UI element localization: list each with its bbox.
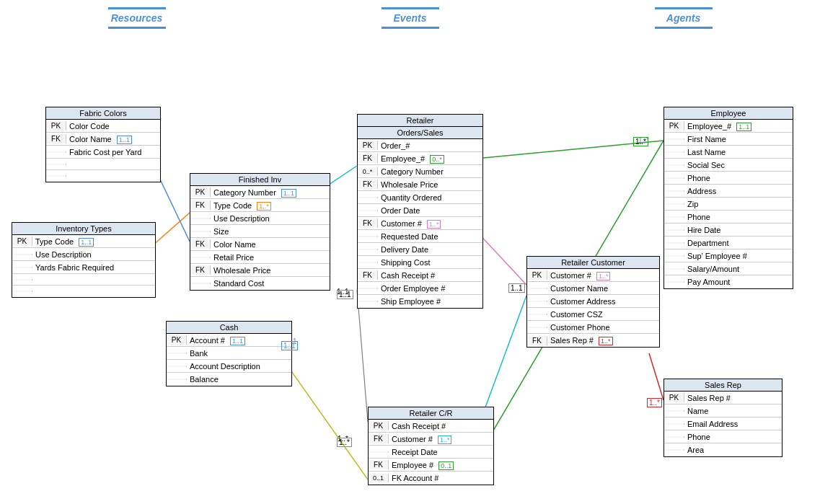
agents-bar-top <box>655 7 713 9</box>
shipping-cost-field: Shipping Cost <box>378 257 482 268</box>
retailer-orders-row-order: PK Order_# <box>358 139 482 152</box>
pk-label: PK <box>46 121 66 131</box>
retailer-customer-row-name: Customer Name <box>527 282 659 295</box>
colorname-badge: 1..1 <box>117 136 132 144</box>
finished-inv-row-typecode: FK Type Code 1..* <box>190 199 330 212</box>
customer-badge: 1..* <box>427 220 441 229</box>
retailer-orders-row-wholesale: FK Wholesale Price <box>358 178 482 191</box>
pk-label: PK <box>190 187 211 197</box>
retailer-orders-row-orderdate: Order Date <box>358 204 482 217</box>
employee-row-payamount: Pay Amount <box>664 275 793 288</box>
salesrep-badge: 1..* <box>599 337 613 345</box>
account-badge: 1..1 <box>230 337 245 345</box>
finished-inv-row-colorname: FK Color Name <box>190 238 330 251</box>
fk-label: FK <box>190 200 211 210</box>
retailer-orders-row-customer: FK Customer # 1..* <box>358 217 482 230</box>
fk-label: FK <box>369 434 389 443</box>
cash-row-account: PK Account # 1..1 <box>167 334 291 347</box>
retailer-cr-entity: Retailer C/R PK Cash Receipt # FK Custom… <box>368 407 494 485</box>
cash-receipt-field: Cash Receipt # <box>378 270 482 280</box>
phone-field2: Phone <box>684 212 793 222</box>
area-field: Area <box>684 445 782 455</box>
retailer-cr-row-account: 0..1 FK Account # <box>369 472 493 485</box>
inventory-types-header: Inventory Types <box>12 223 155 235</box>
category-num-field2: Category Number <box>378 167 482 177</box>
retailer-orders-header: Retailer <box>358 115 482 127</box>
catnum-badge: 1..1 <box>281 189 296 198</box>
cash-row-accountdesc: Account Description <box>167 360 291 373</box>
zip-field: Zip <box>684 199 793 209</box>
account-field2: FK Account # <box>389 473 493 483</box>
customer-field: Customer # 1..* <box>378 218 482 229</box>
employee-badge2: 0..1 <box>438 461 454 470</box>
phone-field1: Phone <box>684 173 793 183</box>
pk-label: PK <box>527 270 547 280</box>
yards-fabric-field: Yards Fabric Required <box>32 262 155 273</box>
employee-row-zip: Zip <box>664 198 793 211</box>
last-name-field: Last Name <box>684 147 793 157</box>
customer-name-field: Customer Name <box>547 283 659 293</box>
customer-phone-field: Customer Phone <box>547 322 659 332</box>
fk-label: FK <box>190 239 211 249</box>
type-code-field2: Type Code 1..* <box>211 200 330 211</box>
sales-rep-row-email: Email Address <box>664 417 782 430</box>
requested-date-field: Requested Date <box>378 231 482 242</box>
events-bar-top <box>382 7 439 9</box>
pk-label: PK <box>358 141 378 150</box>
fk-label: FK <box>358 180 378 189</box>
orders-cr-multiplicity: 1..1 <box>337 290 353 299</box>
ship-employee-field: Ship Employee # <box>378 296 482 306</box>
fk-label: FK <box>46 134 66 143</box>
retailer-orders-row-reqdate: Requested Date <box>358 230 482 243</box>
svg-line-9 <box>357 290 368 422</box>
cash-row-balance: Balance <box>167 373 291 386</box>
wholesale-price-field: Wholesale Price <box>211 265 330 275</box>
finished-inv-row-standard: Standard Cost <box>190 277 330 290</box>
employee-row-lastname: Last Name <box>664 146 793 159</box>
customer-badge2: 1..* <box>438 436 452 444</box>
employee-row-address: Address <box>664 185 793 198</box>
color-name-field2: Color Name <box>211 239 330 249</box>
retailer-cr-row-receiptdate: Receipt Date <box>369 446 493 459</box>
retailer-orders-row-deldate: Delivery Date <box>358 243 482 256</box>
wholesale-field2: Wholesale Price <box>378 180 482 190</box>
inventory-types-entity: Inventory Types PK Type Code 1..1 Use De… <box>12 222 156 298</box>
inventory-types-row-empty2 <box>12 286 155 297</box>
retailer-orders-row-cashreceipt: FK Cash Receipt # <box>358 269 482 282</box>
sales-rep-header: Sales Rep <box>664 379 782 392</box>
fabric-colors-header: Fabric Colors <box>46 107 160 120</box>
inventory-types-row-yards: Yards Fabric Required <box>12 261 155 274</box>
delivery-date-field: Delivery Date <box>378 244 482 255</box>
inventory-types-row-typecode: PK Type Code 1..1 <box>12 235 155 248</box>
color-code-field: Color Code <box>66 121 160 131</box>
cash-receipt-field2: Cash Receipt # <box>389 421 493 431</box>
0star-label: 0..* <box>358 167 378 176</box>
retailer-customer-row-customer: PK Customer # 1..* <box>527 269 659 282</box>
finished-inv-row-wholesale: FK Wholesale Price <box>190 264 330 277</box>
fabric-colors-row-empty1 <box>46 159 160 170</box>
svg-line-4 <box>476 231 526 285</box>
order-field: Order_# <box>378 141 482 151</box>
sales-rep-field: Sales Rep # 1..* <box>547 335 659 345</box>
customer-csz-field: Customer CSZ <box>547 309 659 319</box>
balance-field: Balance <box>187 374 291 384</box>
fk-label: FK <box>369 460 389 469</box>
retailer-orders-row-shipemployee: Ship Employee # <box>358 295 482 308</box>
retailer-orders-row-employee: FK Employee_# 0..* <box>358 152 482 165</box>
employee-num-field: Employee_# 1..1 <box>684 121 793 131</box>
sup-employee-field: Sup’ Employee # <box>684 251 793 261</box>
sales-phone-field: Phone <box>684 432 782 442</box>
svg-line-7 <box>281 357 368 479</box>
salary-field: Salary/Amount <box>684 264 793 274</box>
cash-header: Cash <box>167 322 291 334</box>
sales-rep-row-phone: Phone <box>664 430 782 443</box>
employee-entity: Employee PK Employee_# 1..1 First Name L… <box>664 107 793 289</box>
use-description-field: Use Description <box>32 249 155 260</box>
customer-field2: Customer # 1..* <box>389 434 493 444</box>
retailer-customer-row-address: Customer Address <box>527 295 659 308</box>
events-title: Events <box>394 12 427 24</box>
customer-num-badge: 1..* <box>596 272 611 280</box>
retailer-cr-row-cashreceipt: PK Cash Receipt # <box>369 420 493 433</box>
inventory-types-row-empty1 <box>12 274 155 286</box>
account-desc-field: Account Description <box>187 361 291 371</box>
